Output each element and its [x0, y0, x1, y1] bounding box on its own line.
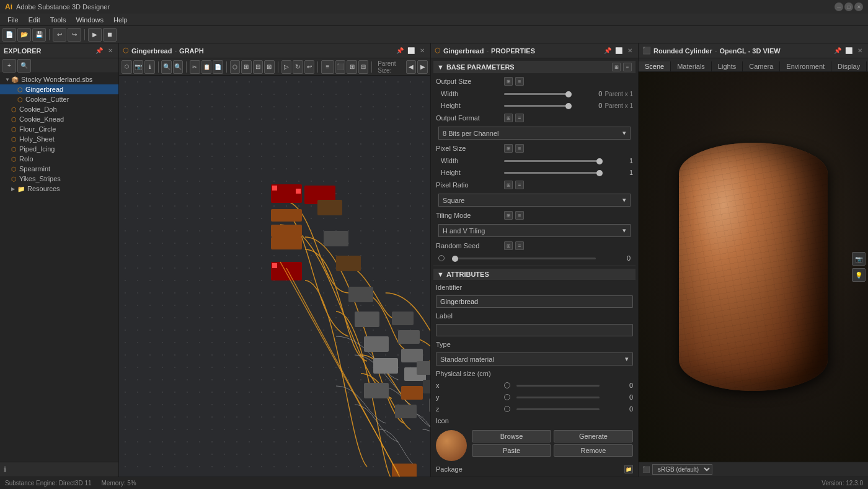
output-height-slider[interactable]: [504, 105, 569, 107]
props-pin-btn[interactable]: 📌: [603, 47, 612, 55]
view3d-pin-btn[interactable]: 📌: [833, 47, 842, 55]
gt-btn-5[interactable]: 🔍: [173, 60, 184, 74]
explorer-close-btn[interactable]: ✕: [106, 47, 115, 55]
save-btn[interactable]: 💾: [32, 28, 46, 42]
tree-item-gingerbread[interactable]: ⬡ Gingerbread: [0, 84, 118, 94]
y-circle[interactable]: [504, 394, 510, 400]
stop-btn[interactable]: ⏹: [103, 28, 117, 42]
explorer-pin-btn[interactable]: 📌: [95, 47, 104, 55]
gt-btn-15[interactable]: ↩: [304, 60, 315, 74]
props-float-btn[interactable]: ⬜: [614, 47, 623, 55]
view3d-close-btn[interactable]: ✕: [856, 47, 864, 55]
paste-button[interactable]: Paste: [472, 444, 551, 457]
output-format-select[interactable]: 8 Bits per Channel ▾: [438, 127, 631, 140]
base-params-header[interactable]: ▼ BASE PARAMETERS ⊞ ≡: [433, 61, 636, 73]
base-params-icon-2[interactable]: ≡: [623, 63, 632, 71]
output-format-icon-1[interactable]: ⊞: [504, 114, 513, 122]
seed-slider[interactable]: [452, 258, 596, 259]
pixel-ratio-icon-1[interactable]: ⊞: [504, 181, 513, 189]
explorer-add-btn[interactable]: +: [2, 59, 16, 73]
gt-btn-nav-1[interactable]: ◀: [406, 60, 417, 74]
seed-icon-2[interactable]: ≡: [515, 241, 524, 250]
gt-btn-4[interactable]: 🔍: [161, 60, 172, 74]
tiling-icon-1[interactable]: ⊞: [504, 211, 513, 220]
base-params-icon-1[interactable]: ⊞: [612, 63, 621, 71]
output-size-icon-2[interactable]: ≡: [515, 77, 524, 86]
menu-help[interactable]: Help: [108, 15, 133, 25]
tree-root[interactable]: ▼ 📦 Stocky Wonderland.sbs: [0, 74, 118, 84]
gt-btn-16[interactable]: ≡: [321, 60, 334, 74]
pixel-ratio-icon-2[interactable]: ≡: [515, 181, 524, 189]
tab-scene[interactable]: Scene: [639, 61, 671, 71]
menu-windows[interactable]: Windows: [71, 15, 108, 25]
gt-btn-6[interactable]: ✂: [190, 60, 200, 74]
x-circle[interactable]: [504, 382, 510, 388]
tree-item-holy-sheet[interactable]: ⬡ Holy_Sheet: [0, 134, 118, 144]
graph-pin-btn[interactable]: 📌: [396, 47, 404, 55]
menu-edit[interactable]: Edit: [24, 15, 45, 25]
view3d-float-btn[interactable]: ⬜: [844, 47, 853, 55]
explorer-search-btn[interactable]: 🔍: [17, 59, 31, 73]
pixel-size-icon-2[interactable]: ≡: [515, 144, 524, 153]
gt-btn-13[interactable]: ▷: [281, 60, 292, 74]
gt-btn-11[interactable]: ⊟: [253, 60, 264, 74]
tab-materials[interactable]: Materials: [671, 61, 712, 71]
tab-display[interactable]: Display: [831, 61, 867, 71]
tab-environment[interactable]: Environment: [780, 61, 831, 71]
gt-btn-12[interactable]: ⊠: [264, 60, 275, 74]
view3d-content[interactable]: 📷 💡: [639, 72, 868, 462]
package-folder-icon[interactable]: 📁: [624, 465, 633, 473]
gt-btn-19[interactable]: ⊟: [358, 60, 369, 74]
new-btn[interactable]: 📄: [2, 28, 16, 42]
pixel-height-slider[interactable]: [504, 172, 600, 174]
attributes-header[interactable]: ▼ ATTRIBUTES: [433, 269, 636, 280]
tiling-select[interactable]: H and V Tiling ▾: [438, 224, 631, 237]
open-btn[interactable]: 📂: [17, 28, 31, 42]
y-slider[interactable]: [516, 397, 600, 398]
gt-btn-10[interactable]: ⊞: [241, 60, 252, 74]
pixel-size-icon-1[interactable]: ⊞: [504, 144, 513, 153]
tab-lights[interactable]: Lights: [712, 61, 743, 71]
gt-btn-3[interactable]: ℹ: [144, 60, 155, 74]
seed-icon-1[interactable]: ⊞: [504, 241, 513, 250]
output-format-icon-2[interactable]: ≡: [515, 114, 524, 122]
gt-btn-1[interactable]: ⬡: [122, 60, 132, 74]
gt-btn-7[interactable]: 📋: [202, 60, 212, 74]
gt-btn-9[interactable]: ⬡: [230, 60, 241, 74]
close-button[interactable]: ✕: [854, 2, 863, 11]
gt-btn-18[interactable]: ⊞: [347, 60, 357, 74]
browse-button[interactable]: Browse: [472, 430, 551, 442]
gt-btn-17[interactable]: ⬛: [335, 60, 346, 74]
output-size-icon-1[interactable]: ⊞: [504, 77, 513, 86]
tree-item-cookie-knead[interactable]: ⬡ Cookie_Knead: [0, 114, 118, 124]
z-slider[interactable]: [516, 408, 600, 410]
gt-btn-nav-2[interactable]: ▶: [417, 60, 428, 74]
tree-item-piped-icing[interactable]: ⬡ Piped_Icing: [0, 144, 118, 154]
redo-btn[interactable]: ↪: [68, 28, 81, 42]
tiling-icon-2[interactable]: ≡: [515, 211, 524, 220]
type-select[interactable]: Standard material ▾: [436, 352, 633, 366]
label-input[interactable]: [436, 324, 633, 336]
pixel-ratio-select[interactable]: Square ▾: [438, 194, 631, 207]
generate-button[interactable]: Generate: [554, 430, 633, 442]
tree-item-yikes-stripes[interactable]: ⬡ Yikes_Stripes: [0, 174, 118, 184]
z-circle[interactable]: [504, 406, 510, 412]
graph-content[interactable]: [119, 76, 430, 477]
graph-float-btn[interactable]: ⬜: [407, 47, 415, 55]
color-profile-select[interactable]: sRGB (default): [652, 464, 712, 475]
minimize-button[interactable]: ─: [835, 2, 843, 11]
props-close-btn[interactable]: ✕: [626, 47, 634, 55]
tree-item-cookie-doh[interactable]: ⬡ Cookie_Doh: [0, 104, 118, 114]
gt-btn-2[interactable]: 📷: [133, 60, 144, 74]
tree-item-flour-circle[interactable]: ⬡ Flour_Circle: [0, 124, 118, 134]
identifier-input[interactable]: [436, 295, 633, 308]
x-slider[interactable]: [516, 385, 600, 387]
pixel-width-slider[interactable]: [504, 160, 600, 162]
tab-camera[interactable]: Camera: [743, 61, 780, 71]
menu-file[interactable]: File: [2, 15, 24, 25]
menu-tools[interactable]: Tools: [45, 15, 71, 25]
output-width-slider[interactable]: [504, 93, 569, 95]
tree-item-spearmint[interactable]: ⬡ Spearmint: [0, 164, 118, 174]
gt-btn-8[interactable]: 📄: [213, 60, 223, 74]
view3d-btn-light[interactable]: 💡: [852, 268, 866, 282]
